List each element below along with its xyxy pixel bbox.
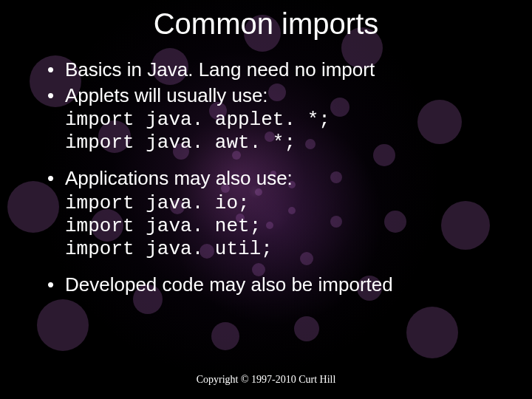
slide-title: Common imports [0, 7, 532, 41]
svg-point-33 [406, 307, 458, 358]
svg-point-34 [37, 299, 89, 351]
slide: Common imports Basics in Java. Lang need… [0, 0, 532, 399]
slide-body: Basics in Java. Lang need no import Appl… [44, 58, 502, 299]
copyright-footer: Copyright © 1997-2010 Curt Hill [0, 374, 532, 386]
code-apps: import java. io; import java. net; impor… [44, 192, 502, 262]
bullet-apps-intro: Applications may also use: [44, 166, 502, 191]
svg-point-24 [211, 322, 239, 350]
bullet-applets-intro: Applets will usually use: [44, 83, 502, 108]
svg-point-23 [294, 316, 319, 341]
code-applets: import java. applet. *; import java. awt… [44, 109, 502, 154]
bullet-basics: Basics in Java. Lang need no import [44, 58, 502, 82]
bullet-developed: Developed code may also be imported [44, 273, 502, 297]
